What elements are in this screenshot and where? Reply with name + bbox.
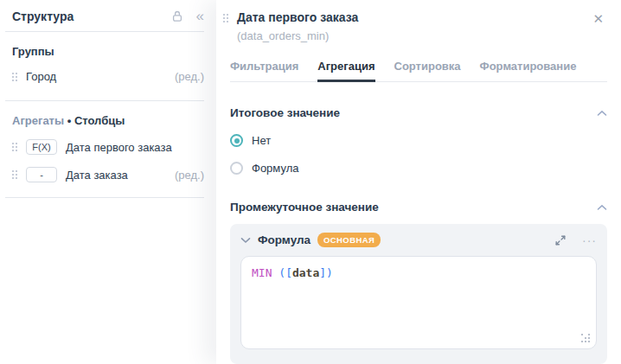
more-options-icon[interactable]: ··· xyxy=(582,234,597,246)
separator-dot: • xyxy=(67,114,72,127)
field-label: Дата заказа xyxy=(66,169,128,182)
code-open-bracket-token: ([ xyxy=(272,266,291,279)
settings-tabs: Фильтрация Агрегация Сортировка Форматир… xyxy=(230,56,607,82)
drawer-title: Дата первого заказа xyxy=(237,10,589,24)
radio-selected-icon[interactable] xyxy=(230,134,243,147)
drag-handle-icon[interactable] xyxy=(12,143,17,151)
list-item-data-pervogo-zakaza[interactable]: F(X) Дата первого заказа xyxy=(0,127,216,155)
section-title: Промежуточное значение xyxy=(230,201,597,214)
aggregation-type-badge[interactable]: - xyxy=(26,167,57,182)
groups-section-title: Группы xyxy=(0,32,216,58)
drawer-header: Дата первого заказа (data_orders_min) ✕ xyxy=(221,10,607,42)
radio-option-formula[interactable]: Формула xyxy=(230,162,607,175)
tab-aggregation[interactable]: Агрегация xyxy=(317,56,375,81)
field-label: Город xyxy=(26,70,56,83)
expand-icon[interactable] xyxy=(554,234,567,246)
close-icon[interactable]: ✕ xyxy=(589,10,607,27)
code-field-token: data xyxy=(292,266,319,279)
edit-link[interactable]: (ред.) xyxy=(175,70,204,83)
resize-handle-icon[interactable] xyxy=(581,334,590,342)
primary-badge: ОСНОВНАЯ xyxy=(317,233,381,247)
radio-label: Формула xyxy=(252,162,298,175)
chevron-up-icon[interactable] xyxy=(597,110,607,117)
columns-label: Столбцы xyxy=(74,114,125,127)
collapse-sidebar-icon[interactable]: « xyxy=(196,9,204,23)
section-title: Итоговое значение xyxy=(230,106,597,119)
drag-handle-icon[interactable] xyxy=(12,170,17,179)
aggregates-section-title: Агрегаты • Столбцы xyxy=(0,101,216,127)
code-close-bracket-token: ]) xyxy=(319,266,333,279)
code-function-token: MIN xyxy=(252,266,272,279)
drag-handle-icon[interactable] xyxy=(12,73,17,81)
aggregation-type-badge[interactable]: F(X) xyxy=(26,139,57,155)
total-value-section-header: Итоговое значение xyxy=(230,106,607,119)
structure-sidebar: Структура « Группы Город (ред.) Агрегаты xyxy=(0,0,216,364)
formula-code-editor[interactable]: MIN ([data]) xyxy=(240,256,597,349)
chevron-down-icon[interactable] xyxy=(240,237,251,244)
formula-card-header: Формула ОСНОВНАЯ ··· xyxy=(240,233,597,247)
field-settings-drawer: Дата первого заказа (data_orders_min) ✕ … xyxy=(216,0,621,364)
field-label: Дата первого заказа xyxy=(66,141,172,154)
tab-filtration[interactable]: Фильтрация xyxy=(230,56,298,81)
formula-card: Формула ОСНОВНАЯ ··· MIN ([data]) xyxy=(230,224,607,364)
radio-option-net[interactable]: Нет xyxy=(230,134,607,147)
drag-handle-icon[interactable] xyxy=(223,14,228,22)
chevron-up-icon[interactable] xyxy=(597,204,607,211)
edit-link[interactable]: (ред.) xyxy=(175,169,204,182)
formula-code-line: MIN ([data]) xyxy=(252,266,586,279)
sidebar-title: Структура xyxy=(12,10,170,23)
radio-unselected-icon[interactable] xyxy=(230,162,243,175)
aggregates-label: Агрегаты xyxy=(12,114,64,127)
intermediate-value-section-header: Промежуточное значение xyxy=(230,201,607,214)
lock-icon[interactable] xyxy=(170,10,184,23)
tab-sorting[interactable]: Сортировка xyxy=(394,56,461,81)
radio-label: Нет xyxy=(252,134,271,147)
tab-formatting[interactable]: Форматирование xyxy=(480,56,577,81)
drawer-subtitle: (data_orders_min) xyxy=(237,29,589,42)
list-item-data-zakaza[interactable]: - Дата заказа (ред.) xyxy=(0,155,216,182)
dataset-field-editor: Структура « Группы Город (ред.) Агрегаты xyxy=(0,0,621,364)
sidebar-header: Структура « xyxy=(0,0,216,31)
formula-block-title: Формула xyxy=(258,233,310,246)
list-item-gorod[interactable]: Город (ред.) xyxy=(0,58,216,83)
sidebar-divider xyxy=(5,197,204,198)
